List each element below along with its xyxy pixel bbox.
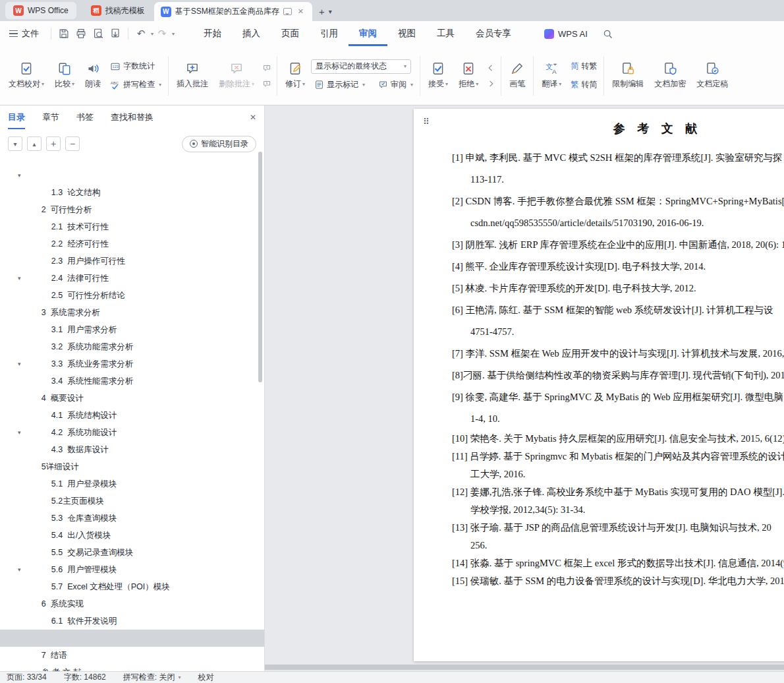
proofread-indicator[interactable]: 校对 [198, 672, 213, 683]
file-menu-button[interactable]: 文件 [0, 21, 47, 46]
print-preview-button[interactable] [90, 25, 107, 42]
toc-item[interactable]: 3.1 用户需求分析 [0, 287, 264, 304]
toc-item[interactable]: 2.2 经济可行性 [0, 201, 264, 218]
translate-button[interactable]: 文A 翻译 [537, 59, 566, 92]
zoom-in-toc-button[interactable] [46, 136, 61, 151]
spellcheck-indicator[interactable]: 拼写检查: 关闭 [123, 672, 181, 683]
toc-item[interactable]: 5.5 交易记录查询模块 [0, 510, 264, 527]
sidebar-tab[interactable]: 章节 [42, 105, 59, 129]
to-simplified-button[interactable]: 繁 转简 [567, 77, 600, 92]
toc-item[interactable]: 7 结语 [0, 612, 264, 630]
toc-expand-arrow-icon[interactable] [18, 167, 21, 184]
page-indicator[interactable]: 页面: 33/34 [7, 672, 47, 683]
toc-item[interactable]: 1.3 论文结构 [0, 158, 264, 167]
print-button[interactable] [72, 25, 90, 42]
next-change-button[interactable] [484, 78, 497, 90]
toc-expand-arrow-icon[interactable] [18, 561, 21, 578]
toc-item[interactable]: 5详细设计 [0, 424, 264, 441]
redo-button[interactable] [154, 25, 171, 42]
toc-item[interactable]: 6 系统实现 [0, 561, 264, 578]
ribbon-tab[interactable]: 审阅 [349, 21, 387, 46]
ribbon-tab[interactable]: 工具 [426, 21, 465, 46]
toc-item[interactable]: 4.3 数据库设计 [0, 407, 264, 424]
read-aloud-button[interactable]: 朗读 [80, 59, 105, 92]
toc-expand-arrow-icon[interactable] [18, 270, 21, 287]
toc-item[interactable]: 2.3 用户操作可行性 [0, 218, 264, 235]
wps-ai-button[interactable]: WPS AI [544, 29, 588, 39]
toc-expand-arrow-icon[interactable] [18, 424, 21, 441]
previous-change-button[interactable] [484, 62, 497, 74]
new-tab-button[interactable]: + [319, 6, 325, 17]
toc-item[interactable]: 3.2 系统功能需求分析 [0, 304, 264, 321]
save-button[interactable] [55, 25, 72, 42]
toc-item[interactable]: 2.1 技术可行性 [0, 184, 264, 201]
show-markup-button[interactable]: 显示标记 [311, 77, 368, 92]
document-tab[interactable]: W 基于SSM框架的五金商品库存 [154, 2, 312, 21]
toc-item[interactable]: 6.2 操作系统界面和功能实现 [0, 595, 264, 612]
restrict-edit-button[interactable]: 限制编辑 [607, 59, 648, 92]
undo-button[interactable] [132, 25, 150, 42]
toc-item[interactable]: 4.2 系统功能设计 [0, 390, 264, 407]
encrypt-button[interactable]: 文档加密 [650, 59, 690, 92]
export-pdf-button[interactable] [107, 25, 124, 42]
delete-comment-button[interactable]: 删除批注 [214, 59, 259, 92]
document-canvas[interactable]: 参 考 文 献 [1] 申斌, 李利民. 基于 MVC 模式 S2SH 框架的库… [265, 105, 784, 671]
toc-item[interactable]: 3.4 系统性能需求分析 [0, 338, 264, 355]
reject-button[interactable]: 拒绝 [454, 59, 483, 92]
zoom-out-toc-button[interactable] [65, 136, 80, 151]
toc-item[interactable]: 3.3 系统业务需求分析 [0, 321, 264, 338]
word-count-button[interactable]: 123 字数统计 [107, 59, 158, 74]
spell-check-button[interactable]: ABC 拼写检查 [107, 77, 165, 92]
review-mode-button[interactable]: 审阅 [375, 77, 416, 92]
ribbon-tab[interactable]: 页面 [271, 21, 310, 46]
toc-item[interactable]: 4.1 系统结构设计 [0, 372, 264, 390]
toc-item[interactable]: 5.2主页面模块 [0, 458, 264, 475]
toc-item[interactable]: 致 谢 [0, 647, 264, 664]
sidebar-scrollbar[interactable] [258, 152, 262, 382]
document-page[interactable]: 参 考 文 献 [1] 申斌, 李利民. 基于 MVC 模式 S2SH 框架的库… [414, 109, 784, 661]
toc-item[interactable]: 4 概要设计 [0, 355, 264, 372]
next-comment-button[interactable] [260, 78, 273, 90]
word-count-indicator[interactable]: 字数: 14862 [64, 672, 106, 683]
ribbon-tab[interactable]: 视图 [387, 21, 426, 46]
wps-office-tab[interactable]: W WPS Office [5, 2, 76, 19]
search-button[interactable] [600, 25, 617, 42]
ribbon-tab[interactable]: 插入 [232, 21, 271, 46]
toc-item[interactable]: 6.1 软件开发说明 [0, 578, 264, 595]
previous-comment-button[interactable] [260, 62, 273, 74]
toc-item[interactable]: 5.1 用户登录模块 [0, 441, 264, 458]
ribbon-tab[interactable]: 会员专享 [465, 21, 522, 46]
ribbon-tab[interactable]: 开始 [193, 21, 232, 46]
toc-item[interactable]: 5.6 用户管理模块 [0, 527, 264, 544]
redo-chevron-icon[interactable] [172, 31, 175, 37]
toc-item[interactable]: 5.7 Excel 文档处理（POI）模块 [0, 544, 264, 561]
paragraph-drag-handle-icon[interactable] [423, 117, 430, 127]
sidebar-tab[interactable]: 查找和替换 [111, 105, 154, 129]
docer-template-tab[interactable]: 稻 找稿壳模板 [83, 2, 153, 19]
accept-button[interactable]: 接受 [424, 59, 453, 92]
tab-list-chevron-icon[interactable] [329, 8, 332, 15]
markup-state-select[interactable]: 显示标记的最终状态 [311, 59, 411, 74]
sidebar-tab[interactable]: 目录 [8, 105, 25, 129]
compare-button[interactable]: 比较 [50, 59, 79, 92]
toc-item[interactable]: 参 考 文 献 [0, 630, 264, 647]
smart-toc-button[interactable]: 智能识别目录 [182, 136, 256, 152]
toc-item[interactable]: 3 系统需求分析 [0, 270, 264, 287]
toc-item[interactable]: 2.4 法律可行性 [0, 235, 264, 252]
doc-proof-button[interactable]: 文档校对 [4, 59, 49, 92]
to-traditional-button[interactable]: 简 转繁 [567, 59, 600, 74]
toc-item[interactable]: 2 可行性分析 [0, 167, 264, 184]
toc-expand-arrow-icon[interactable] [18, 355, 21, 372]
toc-item[interactable]: 2.5 可行性分析结论 [0, 252, 264, 270]
track-changes-button[interactable]: 修订 [281, 59, 310, 92]
close-sidebar-icon[interactable] [250, 113, 256, 122]
finalize-button[interactable]: 文档定稿 [692, 59, 733, 92]
expand-all-button[interactable] [8, 136, 22, 151]
collapse-all-button[interactable] [27, 136, 42, 151]
pen-button[interactable]: 画笔 [505, 59, 530, 92]
insert-comment-button[interactable]: 插入批注 [172, 59, 213, 92]
sidebar-tab[interactable]: 书签 [76, 105, 94, 129]
toc-item[interactable]: 5.4 出/入货模块 [0, 492, 264, 510]
close-document-icon[interactable] [296, 6, 306, 17]
ribbon-tab[interactable]: 引用 [310, 21, 349, 46]
